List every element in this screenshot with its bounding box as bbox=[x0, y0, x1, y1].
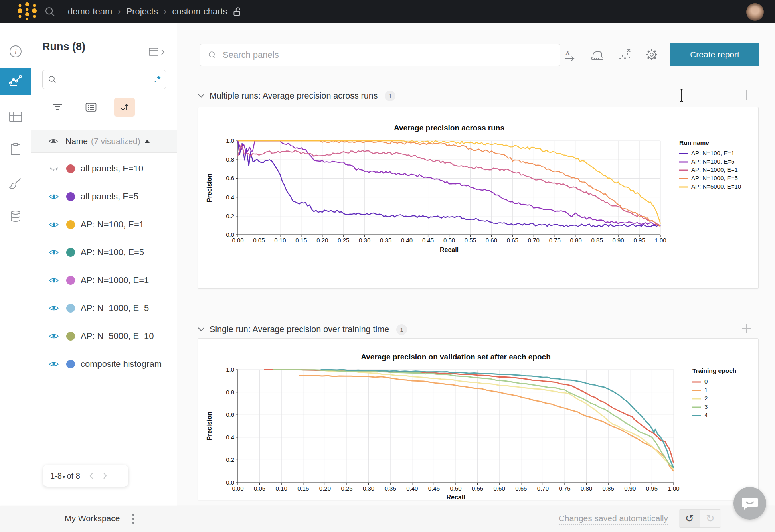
svg-text:AP: N=1000, E=5: AP: N=1000, E=5 bbox=[691, 175, 738, 181]
page-prev-button[interactable] bbox=[89, 472, 94, 479]
rail-item-clipboard[interactable] bbox=[0, 140, 31, 160]
sort-caret-up-icon bbox=[144, 139, 150, 143]
rail-item-brush[interactable] bbox=[0, 174, 31, 195]
svg-text:0.95: 0.95 bbox=[633, 237, 645, 244]
svg-text:x: x bbox=[565, 47, 570, 57]
section-header-single-run[interactable]: Single run: Average precision over train… bbox=[198, 321, 759, 338]
filter-button[interactable] bbox=[47, 98, 68, 117]
svg-text:0.20: 0.20 bbox=[319, 485, 331, 492]
pagination-range[interactable]: 1-8 bbox=[50, 471, 62, 481]
panel-avg-precision-per-epoch[interactable]: 0.000.050.100.150.200.250.300.350.400.45… bbox=[198, 338, 759, 500]
run-color-dot bbox=[66, 332, 75, 341]
rail-item-line-chart[interactable] bbox=[0, 68, 31, 95]
breadcrumb-separator: › bbox=[118, 6, 121, 17]
svg-text:0.0: 0.0 bbox=[226, 479, 234, 486]
breadcrumb-team[interactable]: demo-team bbox=[68, 6, 112, 17]
panel-avg-precision-across-runs[interactable]: 0.000.050.100.150.200.250.300.350.400.45… bbox=[198, 107, 759, 289]
eye-icon[interactable] bbox=[48, 191, 60, 202]
svg-text:0.40: 0.40 bbox=[406, 485, 418, 492]
svg-text:0.4: 0.4 bbox=[226, 434, 234, 441]
avatar[interactable] bbox=[746, 3, 764, 21]
autosave-status[interactable]: Changes saved automatically bbox=[559, 514, 668, 525]
section-title[interactable]: Multiple runs: Average precision across … bbox=[210, 91, 378, 101]
panel-toolbar-icons: x bbox=[561, 46, 660, 65]
svg-text:0.6: 0.6 bbox=[226, 411, 234, 418]
chevron-right-icon bbox=[103, 472, 107, 479]
svg-text:AP: N=100, E=1: AP: N=100, E=1 bbox=[691, 150, 734, 156]
run-name[interactable]: composite histogram bbox=[81, 359, 162, 369]
runs-search-input[interactable] bbox=[61, 75, 154, 84]
run-name[interactable]: AP: N=100, E=5 bbox=[81, 247, 144, 258]
runs-sidebar: Runs (8) .* bbox=[31, 23, 177, 506]
svg-text:0.45: 0.45 bbox=[422, 237, 434, 244]
eye-icon[interactable] bbox=[48, 331, 60, 341]
sort-button[interactable] bbox=[114, 98, 135, 117]
workspace-main: x Create report Multiple runs: Average p… bbox=[178, 23, 775, 506]
kebab-icon bbox=[132, 513, 135, 525]
eye-icon[interactable] bbox=[48, 219, 60, 230]
runs-pagination[interactable]: 1-8 ▾ of 8 bbox=[43, 465, 128, 487]
eye-icon[interactable] bbox=[48, 247, 60, 258]
chat-support-button[interactable] bbox=[733, 487, 766, 520]
run-name[interactable]: AP: N=1000, E=5 bbox=[81, 303, 149, 313]
search-icon[interactable] bbox=[44, 6, 56, 18]
x-axis-button[interactable]: x bbox=[561, 47, 579, 64]
workspace-menu-button[interactable] bbox=[132, 513, 135, 526]
runs-column-header[interactable]: Name (7 visualized) bbox=[31, 130, 177, 153]
svg-text:Average precision across runs: Average precision across runs bbox=[394, 124, 504, 132]
svg-text:AP: N=1000, E=1: AP: N=1000, E=1 bbox=[691, 166, 738, 173]
eye-icon[interactable] bbox=[48, 275, 60, 286]
rail-item-info-circle[interactable]: i bbox=[0, 42, 31, 63]
run-name[interactable]: all panels, E=10 bbox=[81, 164, 143, 174]
chevron-down-icon[interactable] bbox=[198, 327, 205, 332]
svg-text:0.35: 0.35 bbox=[385, 485, 396, 492]
rail-item-database[interactable] bbox=[0, 207, 31, 228]
panel-search-input[interactable] bbox=[223, 50, 552, 60]
eye-icon[interactable] bbox=[48, 359, 60, 369]
eye-off-icon[interactable] bbox=[48, 164, 60, 174]
runs-search-box: .* bbox=[42, 70, 166, 89]
breadcrumb-projects[interactable]: Projects bbox=[127, 6, 158, 17]
redo-button[interactable]: ↻ bbox=[700, 510, 721, 527]
panel-count-badge: 1 bbox=[385, 91, 395, 101]
clipboard-icon bbox=[10, 142, 22, 158]
run-row: AP: N=1000, E=5 bbox=[31, 294, 177, 322]
undo-button[interactable]: ↺ bbox=[679, 510, 700, 527]
svg-text:0.75: 0.75 bbox=[549, 237, 561, 244]
line-chart-icon bbox=[8, 74, 23, 89]
svg-text:Run name: Run name bbox=[679, 139, 709, 146]
run-name[interactable]: all panels, E=5 bbox=[81, 191, 138, 202]
panel-sweep-button[interactable] bbox=[589, 47, 606, 64]
svg-text:0.65: 0.65 bbox=[515, 485, 527, 492]
run-row: AP: N=100, E=1 bbox=[31, 211, 177, 238]
column-name-label: Name bbox=[65, 136, 88, 146]
svg-text:0.70: 0.70 bbox=[537, 485, 549, 492]
runs-table-expand-button[interactable] bbox=[149, 47, 167, 57]
chevron-down-icon[interactable] bbox=[198, 93, 205, 98]
breadcrumb: demo-team › Projects › custom-charts bbox=[68, 6, 243, 17]
regex-toggle[interactable]: .* bbox=[154, 74, 161, 85]
section-header-multiple-runs[interactable]: Multiple runs: Average precision across … bbox=[198, 87, 759, 104]
run-name[interactable]: AP: N=1000, E=1 bbox=[81, 275, 149, 286]
outlier-dots-button[interactable] bbox=[616, 47, 633, 64]
page-next-button[interactable] bbox=[103, 472, 107, 479]
add-panel-button[interactable] bbox=[740, 322, 753, 337]
run-row: all panels, E=5 bbox=[31, 183, 177, 211]
wandb-logo[interactable] bbox=[6, 0, 37, 23]
run-name[interactable]: AP: N=100, E=1 bbox=[81, 219, 144, 230]
run-name[interactable]: AP: N=5000, E=10 bbox=[81, 331, 154, 341]
svg-text:0.45: 0.45 bbox=[428, 485, 440, 492]
gear-button[interactable] bbox=[643, 47, 660, 64]
svg-text:0.10: 0.10 bbox=[276, 485, 287, 492]
eye-icon[interactable] bbox=[48, 303, 60, 313]
breadcrumb-project[interactable]: custom-charts bbox=[172, 6, 227, 17]
run-color-dot bbox=[66, 248, 75, 257]
create-report-button[interactable]: Create report bbox=[670, 43, 759, 66]
runs-title: Runs (8) bbox=[42, 41, 85, 53]
workspace-name[interactable]: My Workspace bbox=[65, 514, 120, 523]
run-row: AP: N=100, E=5 bbox=[31, 238, 177, 266]
group-button[interactable] bbox=[81, 98, 101, 117]
section-title[interactable]: Single run: Average precision over train… bbox=[210, 325, 389, 335]
add-panel-button[interactable] bbox=[740, 89, 753, 103]
rail-item-panel-grid[interactable] bbox=[0, 107, 31, 128]
